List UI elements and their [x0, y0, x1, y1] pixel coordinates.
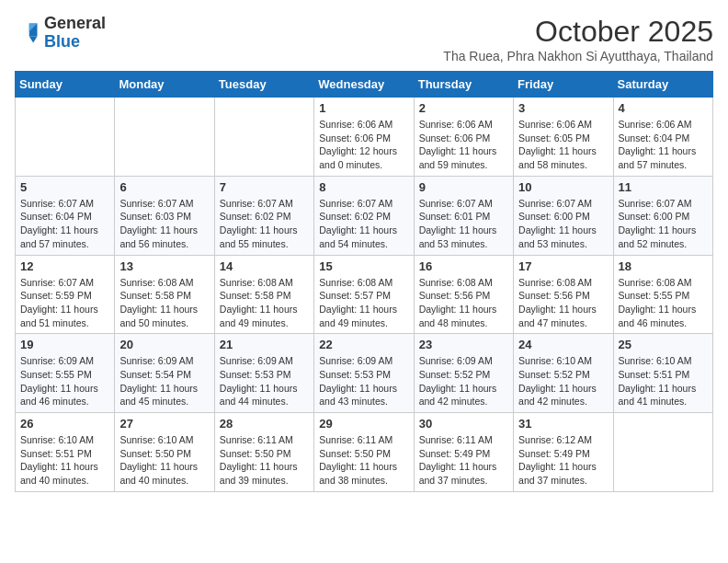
day-info: Sunrise: 6:10 AM Sunset: 5:51 PM Dayligh…	[20, 433, 109, 488]
day-number: 28	[220, 417, 309, 431]
day-info: Sunrise: 6:06 AM Sunset: 6:06 PM Dayligh…	[419, 118, 508, 172]
calendar-cell: 21Sunrise: 6:09 AM Sunset: 5:53 PM Dayli…	[214, 334, 313, 413]
calendar-cell: 24Sunrise: 6:10 AM Sunset: 5:52 PM Dayli…	[514, 334, 613, 413]
day-info: Sunrise: 6:08 AM Sunset: 5:56 PM Dayligh…	[419, 276, 508, 330]
calendar-cell: 22Sunrise: 6:09 AM Sunset: 5:53 PM Dayli…	[314, 334, 414, 413]
calendar-cell: 6Sunrise: 6:07 AM Sunset: 6:03 PM Daylig…	[115, 176, 214, 255]
day-number: 15	[319, 259, 408, 273]
calendar-cell: 13Sunrise: 6:08 AM Sunset: 5:58 PM Dayli…	[115, 255, 214, 334]
logo-icon	[15, 20, 40, 46]
calendar-cell: 2Sunrise: 6:06 AM Sunset: 6:06 PM Daylig…	[414, 98, 513, 177]
calendar-cell: 18Sunrise: 6:08 AM Sunset: 5:55 PM Dayli…	[613, 255, 712, 334]
weekday-header: Saturday	[613, 72, 712, 98]
day-number: 6	[119, 180, 209, 194]
calendar-cell: 16Sunrise: 6:08 AM Sunset: 5:56 PM Dayli…	[414, 255, 513, 334]
day-info: Sunrise: 6:09 AM Sunset: 5:53 PM Dayligh…	[220, 354, 309, 408]
day-info: Sunrise: 6:06 AM Sunset: 6:04 PM Dayligh…	[619, 118, 708, 172]
day-number: 29	[319, 417, 408, 431]
day-info: Sunrise: 6:06 AM Sunset: 6:06 PM Dayligh…	[319, 118, 408, 172]
title-block: October 2025 Tha Ruea, Phra Nakhon Si Ay…	[443, 15, 713, 63]
day-info: Sunrise: 6:08 AM Sunset: 5:57 PM Dayligh…	[319, 276, 408, 330]
calendar-week-row: 12Sunrise: 6:07 AM Sunset: 5:59 PM Dayli…	[16, 255, 713, 334]
weekday-header: Friday	[514, 72, 613, 98]
day-info: Sunrise: 6:11 AM Sunset: 5:50 PM Dayligh…	[319, 433, 408, 488]
weekday-header: Wednesday	[314, 72, 414, 98]
calendar-cell: 26Sunrise: 6:10 AM Sunset: 5:51 PM Dayli…	[16, 413, 115, 492]
day-info: Sunrise: 6:07 AM Sunset: 6:00 PM Dayligh…	[518, 197, 608, 251]
day-info: Sunrise: 6:06 AM Sunset: 6:05 PM Dayligh…	[518, 118, 608, 172]
day-info: Sunrise: 6:10 AM Sunset: 5:52 PM Dayligh…	[518, 354, 608, 408]
calendar-week-row: 1Sunrise: 6:06 AM Sunset: 6:06 PM Daylig…	[16, 98, 713, 177]
calendar-cell	[613, 413, 712, 492]
calendar-cell: 27Sunrise: 6:10 AM Sunset: 5:50 PM Dayli…	[115, 413, 214, 492]
calendar-cell: 9Sunrise: 6:07 AM Sunset: 6:01 PM Daylig…	[414, 176, 513, 255]
weekday-header: Tuesday	[214, 72, 313, 98]
weekday-header: Thursday	[414, 72, 513, 98]
day-info: Sunrise: 6:09 AM Sunset: 5:55 PM Dayligh…	[20, 354, 109, 408]
day-number: 18	[619, 259, 708, 273]
day-info: Sunrise: 6:07 AM Sunset: 6:02 PM Dayligh…	[319, 197, 408, 251]
calendar-cell: 20Sunrise: 6:09 AM Sunset: 5:54 PM Dayli…	[115, 334, 214, 413]
calendar-week-row: 19Sunrise: 6:09 AM Sunset: 5:55 PM Dayli…	[16, 334, 713, 413]
calendar-cell: 5Sunrise: 6:07 AM Sunset: 6:04 PM Daylig…	[16, 176, 115, 255]
day-number: 8	[319, 180, 408, 194]
day-number: 1	[319, 101, 408, 115]
logo: General Blue	[15, 15, 106, 52]
calendar-cell: 28Sunrise: 6:11 AM Sunset: 5:50 PM Dayli…	[214, 413, 313, 492]
day-number: 13	[119, 259, 209, 273]
calendar-cell: 8Sunrise: 6:07 AM Sunset: 6:02 PM Daylig…	[314, 176, 414, 255]
day-number: 31	[518, 417, 608, 431]
day-number: 10	[518, 180, 608, 194]
svg-marker-1	[29, 36, 38, 42]
day-number: 9	[419, 180, 508, 194]
day-number: 21	[220, 338, 309, 351]
weekday-header-row: SundayMondayTuesdayWednesdayThursdayFrid…	[16, 72, 713, 98]
day-info: Sunrise: 6:09 AM Sunset: 5:53 PM Dayligh…	[319, 354, 408, 408]
subtitle: Tha Ruea, Phra Nakhon Si Ayutthaya, Thai…	[443, 49, 713, 63]
calendar-week-row: 26Sunrise: 6:10 AM Sunset: 5:51 PM Dayli…	[16, 413, 713, 492]
calendar-cell	[214, 98, 313, 177]
day-info: Sunrise: 6:07 AM Sunset: 6:04 PM Dayligh…	[20, 197, 109, 251]
day-info: Sunrise: 6:07 AM Sunset: 6:00 PM Dayligh…	[619, 197, 708, 251]
calendar-cell: 12Sunrise: 6:07 AM Sunset: 5:59 PM Dayli…	[16, 255, 115, 334]
day-number: 14	[220, 259, 309, 273]
logo-text: General Blue	[44, 15, 106, 52]
day-number: 16	[419, 259, 508, 273]
day-number: 24	[518, 338, 608, 351]
day-number: 22	[319, 338, 408, 351]
day-info: Sunrise: 6:11 AM Sunset: 5:49 PM Dayligh…	[419, 433, 508, 488]
calendar-cell: 11Sunrise: 6:07 AM Sunset: 6:00 PM Dayli…	[613, 176, 712, 255]
calendar-cell: 10Sunrise: 6:07 AM Sunset: 6:00 PM Dayli…	[514, 176, 613, 255]
calendar-cell: 15Sunrise: 6:08 AM Sunset: 5:57 PM Dayli…	[314, 255, 414, 334]
day-info: Sunrise: 6:08 AM Sunset: 5:58 PM Dayligh…	[119, 276, 209, 330]
day-number: 20	[119, 338, 209, 351]
calendar-week-row: 5Sunrise: 6:07 AM Sunset: 6:04 PM Daylig…	[16, 176, 713, 255]
day-number: 19	[20, 338, 109, 351]
calendar-cell: 3Sunrise: 6:06 AM Sunset: 6:05 PM Daylig…	[514, 98, 613, 177]
calendar-cell: 17Sunrise: 6:08 AM Sunset: 5:56 PM Dayli…	[514, 255, 613, 334]
calendar-cell: 29Sunrise: 6:11 AM Sunset: 5:50 PM Dayli…	[314, 413, 414, 492]
weekday-header: Monday	[115, 72, 214, 98]
day-number: 12	[20, 259, 109, 273]
calendar-cell: 4Sunrise: 6:06 AM Sunset: 6:04 PM Daylig…	[613, 98, 712, 177]
calendar-cell	[16, 98, 115, 177]
calendar-cell: 25Sunrise: 6:10 AM Sunset: 5:51 PM Dayli…	[613, 334, 712, 413]
day-number: 23	[419, 338, 508, 351]
day-number: 2	[419, 101, 508, 115]
day-number: 27	[119, 417, 209, 431]
day-info: Sunrise: 6:09 AM Sunset: 5:52 PM Dayligh…	[419, 354, 508, 408]
day-info: Sunrise: 6:10 AM Sunset: 5:50 PM Dayligh…	[119, 433, 209, 488]
day-number: 4	[619, 101, 708, 115]
day-info: Sunrise: 6:07 AM Sunset: 5:59 PM Dayligh…	[20, 276, 109, 330]
calendar-cell: 30Sunrise: 6:11 AM Sunset: 5:49 PM Dayli…	[414, 413, 513, 492]
calendar-cell: 31Sunrise: 6:12 AM Sunset: 5:49 PM Dayli…	[514, 413, 613, 492]
day-info: Sunrise: 6:12 AM Sunset: 5:49 PM Dayligh…	[518, 433, 608, 488]
day-number: 5	[20, 180, 109, 194]
day-info: Sunrise: 6:08 AM Sunset: 5:56 PM Dayligh…	[518, 276, 608, 330]
page-header: General Blue October 2025 Tha Ruea, Phra…	[15, 15, 713, 63]
day-number: 17	[518, 259, 608, 273]
calendar-cell: 19Sunrise: 6:09 AM Sunset: 5:55 PM Dayli…	[16, 334, 115, 413]
day-number: 30	[419, 417, 508, 431]
day-number: 11	[619, 180, 708, 194]
day-info: Sunrise: 6:08 AM Sunset: 5:58 PM Dayligh…	[220, 276, 309, 330]
